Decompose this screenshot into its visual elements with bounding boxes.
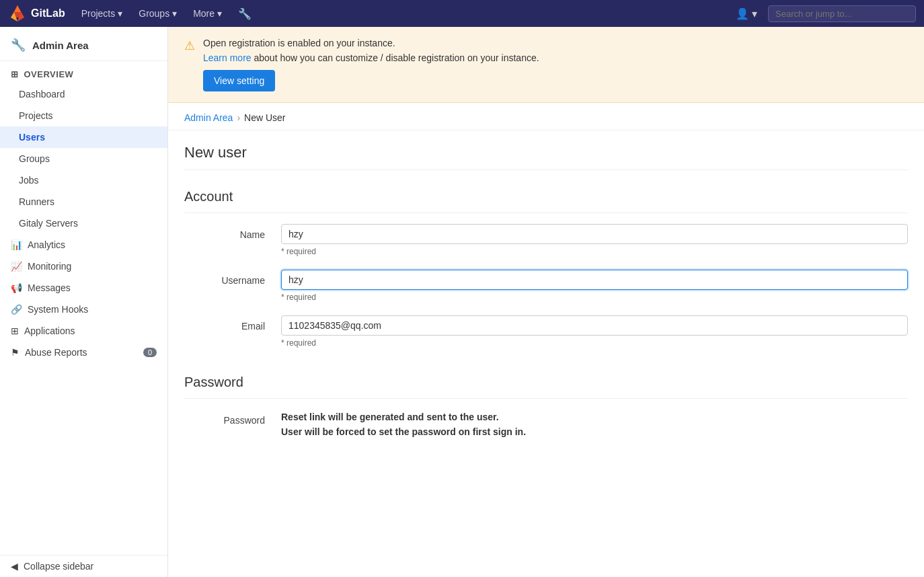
svg-marker-1 (14, 5, 21, 12)
sidebar-item-gitaly-servers[interactable]: Gitaly Servers (0, 213, 167, 234)
body-layout: 🔧 Admin Area ⊞ Overview Dashboard Projec… (0, 27, 924, 577)
sidebar-item-system-hooks[interactable]: 🔗 System Hooks (0, 299, 167, 320)
nav-more[interactable]: More ▾ (188, 5, 227, 22)
password-info: Reset link will be generated and sent to… (281, 410, 908, 440)
system-hooks-icon: 🔗 (11, 304, 22, 315)
password-label: Password (184, 410, 265, 426)
abuse-reports-badge: 0 (143, 348, 157, 357)
monitoring-icon: 📈 (11, 261, 22, 272)
overview-grid-icon: ⊞ (11, 69, 19, 79)
sidebar-header: 🔧 Admin Area (0, 27, 167, 61)
name-input[interactable] (281, 224, 908, 244)
top-nav: GitLab Projects ▾ Groups ▾ More ▾ 🔧 👤 ▾ (0, 0, 924, 27)
sidebar-item-messages[interactable]: 📢 Messages (0, 277, 167, 299)
username-input[interactable] (281, 270, 908, 290)
name-hint: * required (281, 247, 908, 256)
email-hint: * required (281, 338, 908, 348)
sidebar-section-overview: ⊞ Overview (0, 61, 167, 83)
breadcrumb-current: New User (244, 112, 285, 123)
abuse-reports-icon: ⚑ (11, 347, 20, 358)
banner-content: Open registration is enabled on your ins… (203, 38, 908, 91)
nav-groups[interactable]: Groups ▾ (133, 5, 182, 22)
sidebar-item-applications[interactable]: ⊞ Applications (0, 320, 167, 342)
nav-user-icon[interactable]: 👤 ▾ (730, 5, 763, 23)
banner-title: Open registration is enabled on your ins… (203, 38, 908, 48)
sidebar-item-runners[interactable]: Runners (0, 191, 167, 213)
sidebar-item-dashboard[interactable]: Dashboard (0, 83, 167, 105)
sidebar-title: Admin Area (32, 40, 89, 51)
collapse-icon: ◀ (11, 561, 18, 572)
name-label: Name (184, 224, 265, 240)
banner-body: Learn more about how you can customize /… (203, 52, 908, 63)
sidebar-collapse[interactable]: ◀ Collapse sidebar (0, 555, 167, 577)
username-hint: * required (281, 293, 908, 302)
password-section-title: Password (184, 369, 908, 399)
breadcrumb-separator: › (237, 112, 240, 123)
password-section: Password Password Reset link will be gen… (184, 369, 908, 440)
name-field: * required (281, 224, 908, 256)
global-search-input[interactable] (768, 5, 916, 22)
account-section: Account Name * required Username * requi… (184, 184, 908, 348)
page-title: New user (184, 144, 908, 170)
gitlab-wordmark: GitLab (31, 7, 65, 20)
sidebar-item-jobs[interactable]: Jobs (0, 169, 167, 191)
password-field: Reset link will be generated and sent to… (281, 410, 908, 440)
gitlab-logo[interactable]: GitLab (8, 4, 65, 23)
sidebar-item-abuse-reports[interactable]: ⚑ Abuse Reports 0 (0, 342, 167, 363)
sidebar-item-projects[interactable]: Projects (0, 105, 167, 126)
breadcrumb-admin-area-link[interactable]: Admin Area (184, 112, 233, 123)
name-field-row: Name * required (184, 224, 908, 256)
applications-icon: ⊞ (11, 325, 19, 336)
email-label: Email (184, 315, 265, 332)
view-setting-button[interactable]: View setting (203, 70, 275, 91)
sidebar-item-users[interactable]: Users (0, 126, 167, 148)
password-field-row: Password Reset link will be generated an… (184, 410, 908, 440)
sidebar-item-monitoring[interactable]: 📈 Monitoring (0, 256, 167, 277)
nav-projects[interactable]: Projects ▾ (76, 5, 128, 22)
account-section-title: Account (184, 184, 908, 213)
analytics-icon: 📊 (11, 239, 22, 250)
breadcrumb: Admin Area › New User (168, 103, 924, 130)
nav-wrench-icon[interactable]: 🔧 (233, 5, 257, 23)
warning-icon: ⚠ (184, 38, 195, 53)
sidebar-item-analytics[interactable]: 📊 Analytics (0, 234, 167, 256)
registration-banner: ⚠ Open registration is enabled on your i… (168, 27, 924, 103)
username-label: Username (184, 270, 265, 286)
email-field: * required (281, 315, 908, 348)
email-field-row: Email * required (184, 315, 908, 348)
banner-learn-more-link[interactable]: Learn more (203, 52, 252, 63)
main-content: ⚠ Open registration is enabled on your i… (168, 27, 924, 577)
username-field-row: Username * required (184, 270, 908, 302)
sidebar-item-groups[interactable]: Groups (0, 148, 167, 169)
sidebar: 🔧 Admin Area ⊞ Overview Dashboard Projec… (0, 27, 168, 577)
username-field: * required (281, 270, 908, 302)
messages-icon: 📢 (11, 282, 22, 293)
admin-wrench-icon: 🔧 (11, 38, 26, 52)
page-content: New user Account Name * required Usernam… (168, 130, 924, 475)
email-input[interactable] (281, 315, 908, 336)
